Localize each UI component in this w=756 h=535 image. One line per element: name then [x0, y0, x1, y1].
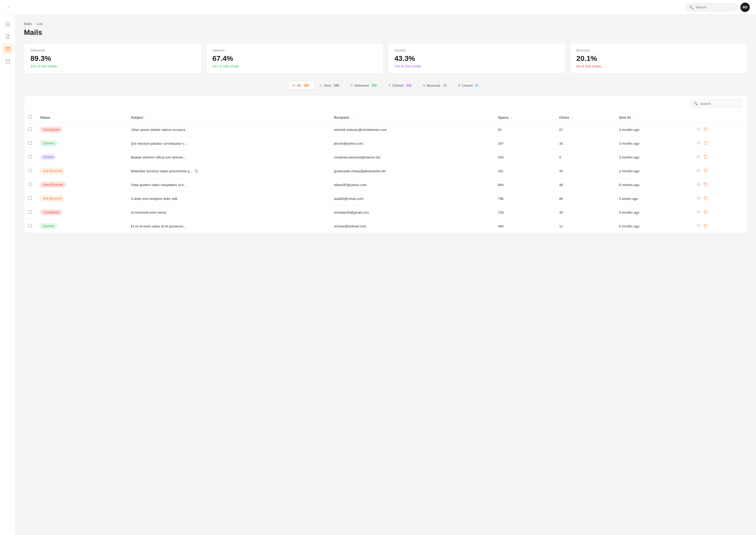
- row-checkbox-2[interactable]: [28, 155, 32, 158]
- header-subject[interactable]: Subject ⌄: [127, 112, 330, 123]
- header-checkbox-cell: [24, 112, 36, 123]
- resend-button-1[interactable]: [703, 140, 708, 147]
- breadcrumb-separator: ›: [34, 22, 35, 26]
- row-clicks-1: 35: [555, 137, 615, 151]
- resend-button-7[interactable]: [703, 223, 708, 229]
- filter-tab-delivered-label: Delivered: [354, 84, 369, 87]
- sidebar-toggle-button[interactable]: ›: [6, 3, 10, 11]
- filter-tab-delivered[interactable]: ⊙ Delivered 293: [346, 81, 382, 90]
- filter-tab-unsent[interactable]: ⊗ Unsent 0: [453, 81, 483, 90]
- sidebar-item-home[interactable]: [3, 19, 13, 29]
- row-checkbox-cell: [24, 137, 36, 151]
- view-button-2[interactable]: [696, 154, 701, 160]
- filter-tab-all[interactable]: ✉ All 328: [288, 81, 314, 90]
- row-opens-3: 191: [494, 164, 555, 178]
- view-button-4[interactable]: [696, 182, 701, 188]
- row-status-1: Opened: [36, 137, 127, 151]
- row-status-5: Soft Bounced: [36, 192, 127, 206]
- subject-text-0[interactable]: Ullam ipsam debitis ratione occaeca...: [131, 128, 188, 132]
- row-status-2: Clicked: [36, 151, 127, 164]
- row-recipient-6: christian28@gmail.com: [330, 206, 494, 219]
- row-recipient-7: rernser@hotmail.com: [330, 219, 494, 233]
- row-clicks-0: 67: [555, 123, 615, 137]
- row-checkbox-5[interactable]: [28, 196, 32, 200]
- row-checkbox-6[interactable]: [28, 210, 32, 213]
- stat-value-delivered: 89.3%: [30, 54, 195, 63]
- row-opens-5: 796: [494, 192, 555, 206]
- sidebar-item-calendar[interactable]: [3, 56, 13, 67]
- header-clicks[interactable]: Clicks ⌄: [555, 112, 615, 123]
- view-button-1[interactable]: [696, 140, 701, 147]
- row-status-3: Soft Bounced: [36, 164, 127, 178]
- filter-tab-clicked[interactable]: ✦ Clicked 142: [384, 81, 417, 90]
- view-button-6[interactable]: [696, 209, 701, 215]
- view-button-5[interactable]: [696, 195, 701, 202]
- row-sent-at-7: 6 months ago: [615, 219, 692, 233]
- row-clicks-3: 43: [555, 164, 615, 178]
- subject-text-2[interactable]: Beatae dolorem officia iure dolores...: [131, 155, 186, 159]
- resend-button-2[interactable]: [703, 154, 708, 160]
- row-actions-1: [692, 137, 747, 151]
- resend-button-5[interactable]: [703, 195, 708, 202]
- filter-tab-bounced[interactable]: ⊗ Bounced 71: [418, 81, 453, 90]
- row-checkbox-7[interactable]: [28, 224, 32, 227]
- row-subject-4: Vitae quidem ullam voluptatem ut it...: [127, 178, 330, 192]
- row-recipient-2: rosalinda.weissnat@stamm.biz: [330, 151, 494, 164]
- subject-text-3[interactable]: Molestiae ducimus sequi assumenda q...: [131, 169, 192, 173]
- table-search-icon: 🔍: [693, 101, 698, 106]
- global-search-box: 🔍: [685, 3, 737, 11]
- search-icon: 🔍: [689, 5, 693, 9]
- row-checkbox-4[interactable]: [28, 183, 32, 186]
- row-actions-5: [692, 192, 747, 206]
- stat-label-delivered: Delivered: [30, 48, 195, 52]
- filter-tab-sent[interactable]: ▷ Sent 328: [315, 81, 345, 90]
- filter-tab-bounced-label: Bounced: [427, 84, 440, 87]
- breadcrumb-parent[interactable]: Mails: [24, 22, 32, 26]
- subject-text-5[interactable]: A dolor eum tempore dolor odit.: [131, 197, 178, 201]
- global-search-input[interactable]: [696, 5, 733, 9]
- header-opens[interactable]: Opens ⌄: [494, 112, 555, 123]
- avatar[interactable]: BD: [741, 3, 750, 12]
- header-status[interactable]: Status ⌄: [36, 112, 127, 123]
- filter-badge-sent: 328: [333, 83, 340, 87]
- row-recipient-3: gusikowski.rickey@jakubowski.net: [330, 164, 494, 178]
- subject-text-7[interactable]: Et ex et enim natus sit et possimus...: [131, 224, 186, 228]
- svg-point-13: [698, 211, 699, 212]
- row-checkbox-1[interactable]: [28, 141, 32, 145]
- delivered-icon: ⊙: [350, 84, 353, 87]
- bounced-icon: ⊗: [423, 84, 425, 87]
- view-button-0[interactable]: [696, 127, 701, 133]
- table-row: Complained Ullam ipsam debitis ratione o…: [24, 123, 747, 137]
- row-checkbox-cell: [24, 123, 36, 137]
- header-recipient[interactable]: Recipient ⌄: [330, 112, 494, 123]
- resend-button-0[interactable]: [703, 127, 708, 133]
- stat-value-bounced: 20.1%: [577, 54, 742, 63]
- subject-text-4[interactable]: Vitae quidem ullam voluptatem ut it...: [131, 183, 186, 187]
- view-button-3[interactable]: [696, 168, 701, 174]
- resend-button-4[interactable]: [703, 182, 708, 188]
- resend-button-3[interactable]: [703, 168, 708, 174]
- sidebar-item-mail[interactable]: [3, 44, 13, 54]
- row-checkbox-3[interactable]: [28, 169, 32, 172]
- filter-badge-bounced: 71: [442, 83, 448, 87]
- row-opens-1: 347: [494, 137, 555, 151]
- filter-badge-clicked: 142: [405, 83, 413, 87]
- svg-point-10: [698, 170, 699, 171]
- table-search-input[interactable]: [700, 102, 739, 106]
- resend-button-6[interactable]: [703, 209, 708, 215]
- mails-table: Status ⌄ Subject ⌄ Recipient ⌄ Opens: [24, 112, 747, 233]
- row-subject-1: Qui nesciunt pariatur consequatur v...: [127, 137, 330, 151]
- filter-badge-all: 328: [302, 83, 310, 87]
- select-all-checkbox[interactable]: [28, 115, 32, 119]
- row-sent-at-5: 3 weeks ago: [615, 192, 692, 206]
- header-sent-at[interactable]: Sent At ⌄: [615, 112, 692, 123]
- subject-text-6[interactable]: Id commodi enim nemo.: [131, 211, 167, 214]
- view-button-7[interactable]: [696, 223, 701, 229]
- subject-text-1[interactable]: Qui nesciunt pariatur consequatur v...: [131, 142, 187, 146]
- stat-sub-bounced: 66 of 328 emails: [577, 64, 742, 68]
- sidebar-item-document[interactable]: [3, 31, 13, 42]
- row-status-6: Complained: [36, 206, 127, 219]
- row-checkbox-0[interactable]: [28, 127, 32, 131]
- table-row: Soft Bounced Molestiae ducimus sequi ass…: [24, 164, 747, 178]
- unsent-icon: ⊗: [458, 84, 460, 87]
